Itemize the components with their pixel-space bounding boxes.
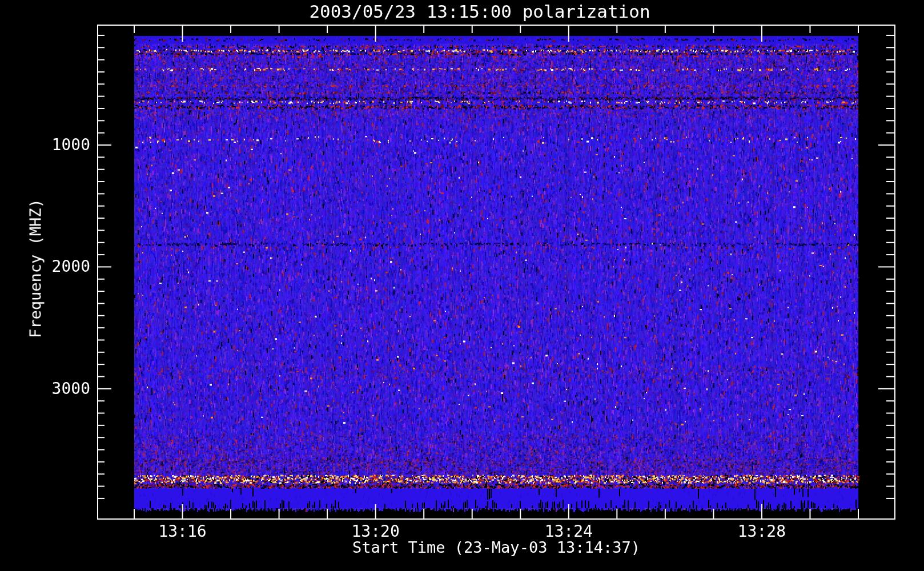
y-axis-title: Frequency (MHZ) — [27, 199, 45, 338]
y-tick-label: 1000 — [49, 136, 90, 154]
solar-radio-spectrogram: 2003/05/23 13:15:00 polarization Frequen… — [0, 0, 924, 571]
x-tick-label: 13:24 — [523, 523, 614, 540]
x-tick-label: 13:28 — [716, 523, 808, 540]
plot-title: 2003/05/23 13:15:00 polarization — [0, 1, 924, 22]
spectrogram-canvas — [0, 0, 924, 571]
x-tick-label: 13:20 — [330, 523, 421, 540]
y-tick-label: 3000 — [49, 380, 90, 397]
x-tick-label: 13:16 — [137, 523, 228, 540]
y-tick-label: 2000 — [49, 258, 90, 275]
x-axis-title: Start Time (23-May-03 13:14:37) — [0, 538, 924, 556]
